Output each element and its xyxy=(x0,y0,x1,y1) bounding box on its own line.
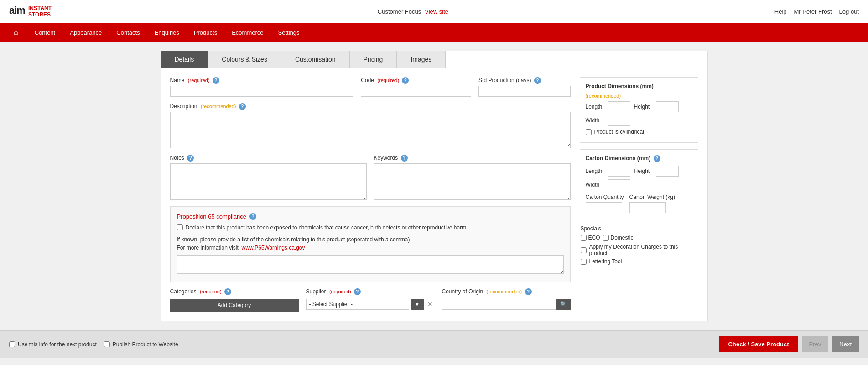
eco-checkbox[interactable] xyxy=(581,235,587,241)
tab-images[interactable]: Images xyxy=(397,51,446,68)
keywords-textarea[interactable] xyxy=(374,163,571,200)
domestic-checkbox[interactable] xyxy=(603,235,609,241)
prop65-info-text: If known, please provide a list of the c… xyxy=(177,235,564,252)
nav-appearance[interactable]: Appearance xyxy=(62,23,109,42)
eco-label: ECO xyxy=(588,235,600,241)
categories-help-icon[interactable]: ? xyxy=(224,288,231,295)
nav-contacts[interactable]: Contacts xyxy=(109,23,147,42)
code-input[interactable] xyxy=(361,86,471,97)
user-link[interactable]: Mr Peter Frost xyxy=(794,8,832,15)
name-input[interactable] xyxy=(170,86,354,97)
carton-height-input[interactable] xyxy=(656,166,679,177)
supplier-row: ▼ ✕ xyxy=(306,299,435,310)
form-left: Name (required) ? Code (required) ? xyxy=(170,77,571,312)
notes-field-group: Notes ? xyxy=(170,155,367,200)
carton-length-input[interactable] xyxy=(608,166,630,177)
product-length-input[interactable] xyxy=(608,101,630,112)
std-prod-input[interactable] xyxy=(478,86,570,97)
product-width-row: Width xyxy=(586,115,692,126)
supplier-dropdown-button[interactable]: ▼ xyxy=(411,299,424,310)
check-save-button[interactable]: Check / Save Product xyxy=(719,336,798,352)
keywords-field-group: Keywords ? xyxy=(374,155,571,200)
length-label: Length xyxy=(586,104,604,110)
carton-qty-group: Carton Quantity xyxy=(586,194,624,213)
country-field-group: Country of Origin (recommended) ? 🔍 xyxy=(442,288,571,310)
help-link[interactable]: Help xyxy=(774,8,787,15)
prop65-checkbox-input[interactable] xyxy=(177,224,183,230)
carton-qty-input[interactable] xyxy=(586,202,622,213)
lettering-checkbox[interactable] xyxy=(581,259,587,265)
nav-ecommerce[interactable]: Ecommerce xyxy=(224,23,270,42)
std-prod-label: Std Production (days) ? xyxy=(478,77,570,84)
next-button[interactable]: Next xyxy=(832,336,859,352)
supplier-clear-button[interactable]: ✕ xyxy=(426,300,435,309)
name-help-icon[interactable]: ? xyxy=(213,77,219,84)
main-content: Details Colours & Sizes Customisation Pr… xyxy=(161,51,708,321)
nav-settings[interactable]: Settings xyxy=(271,23,307,42)
notes-textarea[interactable] xyxy=(170,163,367,200)
code-required: (required) xyxy=(377,78,399,83)
supplier-input[interactable] xyxy=(306,299,409,310)
product-height-input[interactable] xyxy=(656,101,679,112)
nav-content[interactable]: Content xyxy=(27,23,63,42)
code-help-icon[interactable]: ? xyxy=(402,77,409,84)
tab-pricing[interactable]: Pricing xyxy=(350,51,397,68)
footer-left: Use this info for the next product Publi… xyxy=(9,341,178,348)
top-fields-row: Name (required) ? Code (required) ? xyxy=(170,77,571,97)
keywords-help-icon[interactable]: ? xyxy=(401,155,408,162)
name-label: Name (required) ? xyxy=(170,77,354,84)
code-label: Code (required) ? xyxy=(361,77,471,84)
tab-details[interactable]: Details xyxy=(161,51,208,68)
carton-dim-title: Carton Dimensions (mm) ? xyxy=(586,155,692,162)
country-input[interactable] xyxy=(442,299,556,310)
decoration-checkbox[interactable] xyxy=(581,247,587,253)
description-textarea[interactable] xyxy=(170,112,571,148)
carton-width-input[interactable] xyxy=(608,179,630,190)
home-icon[interactable]: ⌂ xyxy=(9,25,23,40)
prop65-help-icon[interactable]: ? xyxy=(249,213,256,220)
prop65-chemicals-input[interactable] xyxy=(177,256,564,274)
supplier-help-icon[interactable]: ? xyxy=(354,288,361,295)
decoration-row: Apply my Decoration Charges to this prod… xyxy=(581,244,697,256)
customer-focus-label: Customer Focus xyxy=(378,8,421,15)
publish-checkbox[interactable] xyxy=(104,341,110,347)
logo-instant: INSTANTSTORES xyxy=(28,5,52,18)
tab-colours-sizes[interactable]: Colours & Sizes xyxy=(208,51,281,68)
top-right: Help Mr Peter Frost Log out xyxy=(774,8,859,15)
tab-customisation[interactable]: Customisation xyxy=(281,51,350,68)
keywords-label: Keywords ? xyxy=(374,155,571,162)
domestic-item: Domestic xyxy=(603,235,634,241)
categories-field-group: Categories (required) ? Add Category xyxy=(170,288,299,312)
publish-label: Publish Product to Website xyxy=(113,341,178,348)
prop65-link[interactable]: www.P65Warnings.ca.gov xyxy=(242,245,305,251)
country-help-icon[interactable]: ? xyxy=(525,288,532,295)
product-width-input[interactable] xyxy=(608,115,630,126)
product-length-row: Length Height xyxy=(586,101,692,112)
carton-weight-input[interactable] xyxy=(629,202,666,213)
view-site-link[interactable]: View site xyxy=(425,8,448,15)
use-info-checkbox[interactable] xyxy=(9,341,15,347)
categories-required: (required) xyxy=(200,289,222,294)
specials-grid: ECO Domestic xyxy=(581,235,697,241)
cylindrical-checkbox[interactable] xyxy=(586,129,592,135)
form-area: Name (required) ? Code (required) ? xyxy=(161,68,707,321)
carton-dim-help-icon[interactable]: ? xyxy=(654,155,660,162)
lettering-label: Lettering Tool xyxy=(589,258,622,265)
product-dim-recommended: (recommended) xyxy=(586,93,692,99)
std-prod-help-icon[interactable]: ? xyxy=(534,77,541,84)
prev-button: Prev xyxy=(802,336,829,352)
footer-right: Check / Save Product Prev Next xyxy=(719,336,859,352)
notes-help-icon[interactable]: ? xyxy=(187,155,194,162)
top-bar: aim INSTANTSTORES Customer Focus View si… xyxy=(0,0,868,23)
nav-enquiries[interactable]: Enquiries xyxy=(147,23,187,42)
logout-link[interactable]: Log out xyxy=(839,8,859,15)
description-field-group: Description (recommended) ? xyxy=(170,103,571,148)
add-category-button[interactable]: Add Category xyxy=(170,299,299,312)
country-search-button[interactable]: 🔍 xyxy=(556,299,571,310)
nav-products[interactable]: Products xyxy=(187,23,224,42)
description-help-icon[interactable]: ? xyxy=(239,103,246,110)
prop65-checkbox-text: Declare that this product has been expos… xyxy=(186,224,468,232)
code-field-group: Code (required) ? xyxy=(361,77,471,97)
height-label: Height xyxy=(634,104,652,110)
supplier-label: Supplier (required) ? xyxy=(306,288,435,295)
